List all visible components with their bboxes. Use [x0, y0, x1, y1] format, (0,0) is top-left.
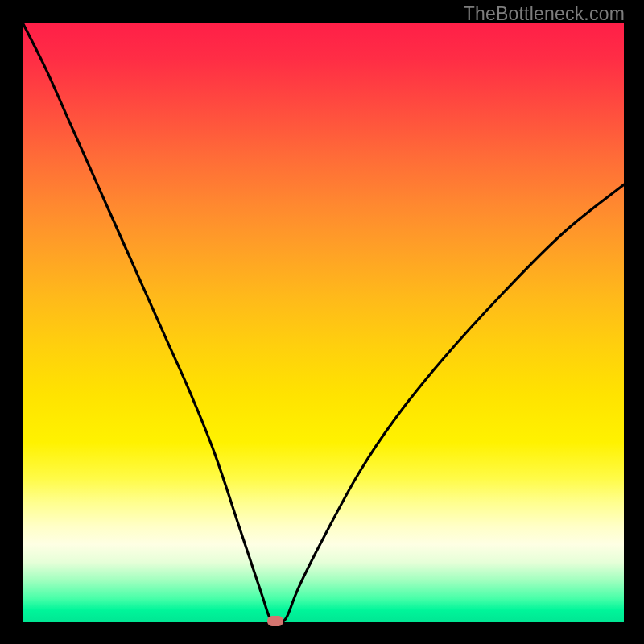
- chart-frame: TheBottleneck.com: [0, 0, 644, 644]
- min-marker: [267, 616, 283, 626]
- watermark-text: TheBottleneck.com: [464, 3, 625, 25]
- plot-area: [23, 23, 624, 622]
- bottleneck-curve: [23, 23, 624, 622]
